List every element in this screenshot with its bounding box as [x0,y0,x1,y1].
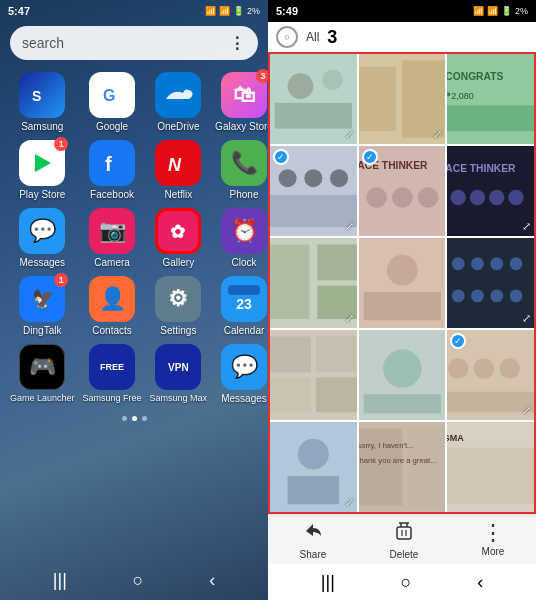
app-facebook[interactable]: f Facebook [83,140,142,200]
right-nav-back[interactable]: ‹ [477,572,483,593]
photo-cell-15[interactable]: GMA [447,422,534,512]
dot-1 [122,416,127,421]
dot-2 [132,416,137,421]
app-game-launcher[interactable]: 🎮 Game Launcher [10,344,75,404]
app-camera[interactable]: 📷 Camera [83,208,142,268]
svg-point-34 [470,190,485,205]
share-icon [302,520,324,547]
svg-text:f: f [105,153,112,175]
search-input[interactable]: search [22,35,229,51]
svg-point-63 [474,358,495,379]
photo-4-check: ✓ [273,149,289,165]
svg-rect-76 [447,448,534,505]
svg-text:✿: ✿ [170,222,185,242]
svg-rect-54 [270,336,311,372]
svg-point-62 [448,358,469,379]
left-nav-home[interactable]: ○ [133,570,144,591]
svg-rect-8 [228,285,260,295]
photo-cell-12[interactable]: ✓ ⤢ [447,330,534,420]
svg-text:🦅: 🦅 [32,288,55,310]
left-nav-back[interactable]: ‹ [209,570,215,591]
svg-point-29 [392,187,413,208]
svg-point-48 [510,257,523,270]
select-all-circle[interactable]: ○ [276,26,298,48]
photo-cell-6[interactable]: ACE THINKER ⤢ [447,146,534,236]
delete-label: Delete [389,549,418,560]
more-action[interactable]: ⋮ More [482,522,505,557]
app-netflix[interactable]: N Netflix [150,140,208,200]
left-nav-recent[interactable]: ||| [53,570,67,591]
svg-point-47 [491,257,504,270]
app-play-store[interactable]: 1 Play Store [10,140,75,200]
right-nav-bar: ||| ○ ‹ [268,564,536,600]
app-settings[interactable]: ⚙ Settings [150,276,208,336]
app-samsung[interactable]: S Samsung [10,72,75,132]
svg-point-46 [471,257,484,270]
left-nav-bar: ||| ○ ‹ [0,560,268,600]
app-onedrive[interactable]: OneDrive [150,72,208,132]
photo-cell-2[interactable]: ⤢ [359,54,446,144]
right-nav-home[interactable]: ○ [401,572,412,593]
svg-text:G: G [103,87,115,104]
app-galaxy-store[interactable]: 🛍 3 Galaxy Store [215,72,268,132]
app-dingtalk[interactable]: 🦅 1 DingTalk [10,276,75,336]
photo-cell-13[interactable]: ⤢ [270,422,357,512]
svg-marker-2 [35,154,51,172]
svg-point-28 [366,187,387,208]
svg-point-42 [387,255,418,286]
photo-cell-10[interactable] [270,330,357,420]
photo-5-check: ✓ [362,149,378,165]
left-time: 5:47 [8,5,30,17]
left-status-bar: 5:47 📶 📶 🔋 2% [0,0,268,22]
photo-cell-3[interactable]: CONGRATS ₱2,080 [447,54,534,144]
app-messages-2[interactable]: 💬 Messages [215,344,268,404]
svg-point-51 [491,289,504,302]
svg-text:N: N [168,155,182,175]
page-indicator [0,416,268,421]
app-google[interactable]: G Google [83,72,142,132]
left-screen: 5:47 📶 📶 🔋 2% search ⋮ S Samsung [0,0,268,600]
selected-count: 3 [327,27,337,48]
photo-cell-9[interactable]: ⤢ [447,238,534,328]
svg-point-50 [471,289,484,302]
photo-cell-1[interactable]: ⤢ [270,54,357,144]
svg-rect-12 [275,103,352,129]
app-clock[interactable]: ⏰ Clock [215,208,268,268]
app-calendar[interactable]: 23 Calendar [215,276,268,336]
left-status-icons: 📶 📶 🔋 2% [205,6,260,16]
svg-rect-55 [316,336,357,372]
search-more-icon[interactable]: ⋮ [229,34,246,53]
search-bar[interactable]: search ⋮ [10,26,258,60]
svg-rect-16 [402,60,445,137]
photo-cell-14[interactable]: sorry, I haven't... thank you are a grea… [359,422,446,512]
svg-point-24 [330,169,348,187]
app-samsung-max[interactable]: VPN Samsung Max [150,344,208,404]
app-contacts[interactable]: 👤 Contacts [83,276,142,336]
photo-cell-7[interactable]: ⤢ [270,238,357,328]
delete-icon [393,520,415,547]
svg-point-35 [489,190,504,205]
app-messages[interactable]: 💬 Messages [10,208,75,268]
photo-cell-8[interactable] [359,238,446,328]
photo-cell-11[interactable] [359,330,446,420]
right-nav-recent[interactable]: ||| [321,572,335,593]
app-gallery[interactable]: ✿ Gallery [150,208,208,268]
svg-point-36 [509,190,524,205]
svg-rect-39 [317,244,356,280]
svg-rect-60 [363,394,440,413]
svg-rect-77 [397,527,411,539]
photo-cell-4[interactable]: ✓ ⤢ [270,146,357,236]
app-phone[interactable]: 📞 Phone [215,140,268,200]
svg-text:S: S [32,88,41,104]
svg-point-22 [279,169,297,187]
svg-rect-56 [270,378,311,413]
share-action[interactable]: Share [300,520,327,560]
gallery-bottom-bar: Share Delete ⋮ More [268,514,536,564]
delete-action[interactable]: Delete [389,520,418,560]
svg-point-49 [452,289,465,302]
svg-rect-68 [288,476,339,504]
photo-cell-5[interactable]: ✓ ACE THINKER [359,146,446,236]
svg-text:thank you are a great...: thank you are a great... [359,456,437,465]
app-samsung-free[interactable]: FREE Samsung Free [83,344,142,404]
gallery-top-bar: ○ All 3 [268,22,536,52]
